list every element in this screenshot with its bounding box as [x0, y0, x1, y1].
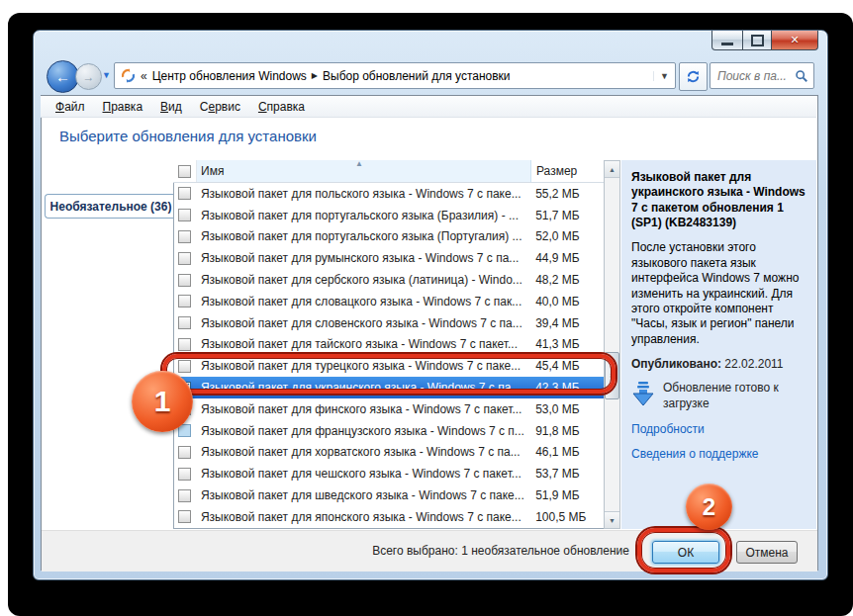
breadcrumb-page[interactable]: Выбор обновлений для установки	[323, 69, 511, 83]
row-size: 53,0 МБ	[530, 402, 605, 416]
search-icon[interactable]	[795, 69, 808, 83]
refresh-button[interactable]	[679, 62, 708, 91]
status-text: Обновление готово к загрузке	[663, 381, 806, 411]
list-header: Имя ▲ Размер	[173, 160, 605, 183]
row-checkbox[interactable]	[178, 274, 191, 287]
row-checkbox[interactable]	[178, 489, 191, 502]
published-date: 22.02.2011	[724, 357, 783, 371]
details-link[interactable]: Подробности	[631, 422, 806, 436]
row-size: 41,3 МБ	[530, 337, 605, 351]
table-row[interactable]: Языковой пакет для польского языка - Win…	[173, 183, 605, 205]
row-size: 100,5 МБ	[530, 510, 605, 524]
support-info-link[interactable]: Сведения о поддержке	[631, 447, 806, 461]
column-header-size[interactable]: Размер	[531, 160, 605, 182]
forward-button[interactable]: →	[75, 63, 102, 90]
search-box[interactable]	[710, 62, 814, 89]
maximize-icon	[751, 35, 764, 46]
chevron-down-icon: ▼	[102, 70, 111, 80]
row-checkbox[interactable]	[178, 510, 191, 523]
menu-file[interactable]: Файл	[47, 98, 94, 116]
cancel-button[interactable]: Отмена	[736, 541, 798, 564]
minimize-button[interactable]	[711, 31, 743, 50]
details-pane: Языковой пакет для украинского языка - W…	[621, 160, 816, 529]
row-checkbox[interactable]	[178, 295, 191, 308]
select-all-checkbox[interactable]	[178, 165, 191, 178]
row-size: 39,4 МБ	[530, 316, 605, 330]
caption-button-group: ✕	[711, 31, 818, 49]
table-row[interactable]: Языковой пакет для португальского языка …	[173, 205, 605, 226]
forward-arrow-icon: →	[83, 70, 95, 84]
annotation-highlight-selected-row	[162, 354, 616, 394]
table-row[interactable]: Языковой пакет для сербского языка (лати…	[173, 269, 605, 291]
row-name: Языковой пакет для словацкого языка - Wi…	[197, 295, 530, 308]
row-checkbox[interactable]	[178, 230, 191, 243]
row-checkbox[interactable]	[178, 252, 191, 265]
row-size: 52,0 МБ	[530, 229, 605, 243]
scroll-up-button[interactable]: ▲	[605, 161, 619, 178]
row-checkbox[interactable]	[178, 468, 191, 481]
menu-edit[interactable]: Правка	[94, 98, 152, 116]
address-dropdown[interactable]: ▼	[653, 71, 669, 81]
row-size: 48,2 МБ	[530, 273, 605, 287]
menu-help[interactable]: Справка	[249, 98, 314, 116]
table-row[interactable]: Языковой пакет для португальского языка …	[173, 226, 605, 248]
table-row[interactable]: Языковой пакет для словацкого языка - Wi…	[173, 291, 605, 312]
list-scrollbar[interactable]: ▲ ≡ ▼	[604, 160, 620, 529]
maximize-button[interactable]	[743, 31, 772, 50]
recent-pages-dropdown[interactable]: ▼	[102, 70, 111, 80]
scroll-down-button[interactable]: ▼	[605, 511, 619, 528]
table-row[interactable]: Языковой пакет для французского языка - …	[173, 420, 605, 442]
row-name: Языковой пакет для хорватского языка - W…	[197, 445, 530, 459]
status-row: Обновление готово к загрузке	[631, 381, 806, 411]
row-checkbox[interactable]	[178, 424, 191, 437]
tab-optional-updates[interactable]: Необязательное (36)	[45, 194, 176, 219]
annotation-step-2-badge: 2	[686, 484, 732, 530]
minimize-icon	[721, 43, 733, 45]
chevron-down-icon: ▼	[660, 71, 669, 81]
row-name: Языковой пакет для португальского языка …	[197, 229, 530, 243]
row-name: Языковой пакет для сербского языка (лати…	[197, 273, 530, 287]
table-row[interactable]: Языковой пакет для японского языка - Win…	[173, 506, 605, 528]
table-row[interactable]: Языковой пакет для хорватского языка - W…	[173, 442, 605, 464]
table-row[interactable]: Языковой пакет для финского языка - Wind…	[173, 398, 605, 420]
breadcrumb-root[interactable]: Центр обновления Windows	[152, 69, 307, 83]
row-name: Языковой пакет для польского языка - Win…	[197, 187, 530, 201]
published-row: Опубликовано: 22.02.2011	[631, 357, 806, 371]
table-row[interactable]: Языковой пакет для чешского языка - Wind…	[173, 463, 605, 484]
close-icon: ✕	[790, 34, 799, 46]
menu-tools[interactable]: Сервис	[191, 98, 249, 116]
published-label: Опубликовано:	[631, 357, 721, 371]
table-row[interactable]: Языковой пакет для румынского языка - Wi…	[173, 247, 605, 269]
row-name: Языковой пакет для португальского языка …	[197, 209, 530, 222]
row-checkbox[interactable]	[178, 316, 191, 329]
update-description: После установки этого языкового пакета я…	[631, 240, 806, 347]
row-name: Языковой пакет для румынского языка - Wi…	[197, 251, 530, 265]
refresh-icon	[686, 69, 701, 84]
triangle-down-icon: ▼	[609, 517, 616, 524]
row-size: 51,9 МБ	[530, 488, 605, 502]
table-row[interactable]: Языковой пакет для словенского языка - W…	[173, 312, 605, 334]
address-bar[interactable]: « Центр обновления Windows ▶ Выбор обнов…	[114, 62, 676, 89]
column-header-name[interactable]: Имя ▲	[197, 160, 531, 182]
row-checkbox[interactable]	[178, 187, 191, 200]
menu-view[interactable]: Вид	[151, 98, 191, 116]
close-button[interactable]: ✕	[772, 31, 818, 50]
windows-update-icon	[121, 68, 136, 83]
row-size: 44,9 МБ	[530, 251, 605, 265]
breadcrumb-separator-icon[interactable]: ▶	[312, 71, 318, 80]
row-checkbox[interactable]	[178, 209, 191, 221]
table-row[interactable]: Языковой пакет для тайского языка - Wind…	[173, 334, 605, 356]
download-ready-icon	[631, 381, 655, 408]
row-checkbox[interactable]	[178, 338, 191, 351]
breadcrumb-collapse-chevron[interactable]: «	[141, 69, 147, 83]
row-name: Языковой пакет для французского языка - …	[197, 424, 530, 438]
table-row[interactable]: Языковой пакет для шведского языка - Win…	[173, 484, 605, 506]
row-checkbox[interactable]	[178, 446, 191, 459]
row-name: Языковой пакет для японского языка - Win…	[197, 510, 530, 524]
screenshot-root: { "nav": { "breadcrumb": { "prefix": "«"…	[0, 0, 853, 616]
back-arrow-icon: ←	[55, 68, 70, 85]
row-size: 55,2 МБ	[530, 187, 605, 201]
row-size: 51,7 МБ	[530, 209, 605, 222]
search-input[interactable]	[715, 68, 795, 84]
sort-ascending-icon: ▲	[355, 159, 363, 168]
